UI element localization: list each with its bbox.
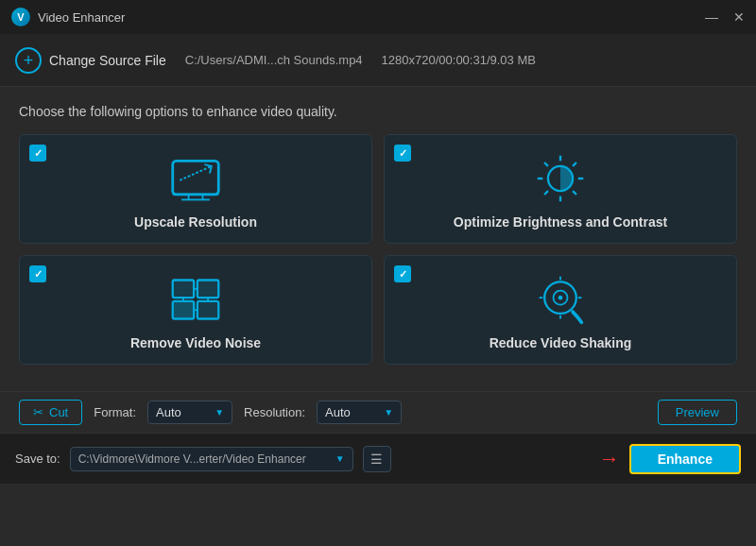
card-upscale[interactable]: Upscale Resolution xyxy=(19,134,372,244)
file-path: C:/Users/ADMI...ch Sounds.mp4 xyxy=(185,53,363,67)
svg-rect-17 xyxy=(173,301,194,319)
card-noise[interactable]: Remove Video Noise xyxy=(19,255,372,365)
svg-point-25 xyxy=(558,296,563,300)
change-source-button[interactable]: + Change Source File xyxy=(15,47,166,74)
checkbox-brightness[interactable] xyxy=(394,145,411,162)
resolution-dropdown[interactable]: Auto ▼ xyxy=(317,401,402,424)
svg-rect-18 xyxy=(198,301,218,319)
format-value: Auto xyxy=(156,405,181,419)
save-path-arrow: ▼ xyxy=(335,453,345,464)
upscale-icon xyxy=(169,152,222,205)
main-content: Choose the following options to enhance … xyxy=(0,87,756,391)
svg-line-5 xyxy=(180,166,212,180)
app-title: Video Enhancer xyxy=(38,10,125,25)
noise-icon xyxy=(169,273,222,326)
title-bar-controls: — ✕ xyxy=(705,10,745,24)
svg-line-13 xyxy=(573,162,576,166)
format-dropdown-arrow: ▼ xyxy=(215,407,224,418)
save-path-dropdown[interactable]: C:\Vidmore\Vidmore V...erter/Video Enhan… xyxy=(70,447,353,471)
resolution-dropdown-arrow: ▼ xyxy=(384,407,393,418)
shaking-icon xyxy=(534,273,587,326)
card-brightness[interactable]: Optimize Brightness and Contrast xyxy=(384,134,737,244)
svg-line-11 xyxy=(544,162,548,166)
cut-label: Cut xyxy=(49,405,68,419)
app-icon: V xyxy=(11,8,30,26)
main-subtitle: Choose the following options to enhance … xyxy=(19,104,737,119)
minimize-button[interactable]: — xyxy=(705,10,718,24)
svg-rect-16 xyxy=(198,280,218,298)
format-dropdown[interactable]: Auto ▼ xyxy=(147,401,232,424)
options-grid: Upscale Resolution Optimize Brightness a… xyxy=(19,134,737,365)
scissors-icon: ✂ xyxy=(33,405,43,419)
svg-rect-15 xyxy=(173,280,194,298)
card-shaking-label: Reduce Video Shaking xyxy=(490,335,632,350)
title-bar-left: V Video Enhancer xyxy=(11,8,125,26)
brightness-icon xyxy=(534,152,587,205)
save-bar: Save to: C:\Vidmore\Vidmore V...erter/Vi… xyxy=(0,433,756,484)
folder-icon: ☰ xyxy=(370,452,383,467)
close-button[interactable]: ✕ xyxy=(733,10,745,24)
checkbox-upscale[interactable] xyxy=(29,145,46,162)
card-brightness-label: Optimize Brightness and Contrast xyxy=(454,214,667,230)
change-source-label: Change Source File xyxy=(49,53,166,68)
card-noise-label: Remove Video Noise xyxy=(130,335,261,350)
title-bar: V Video Enhancer — ✕ xyxy=(0,0,756,34)
save-label: Save to: xyxy=(15,452,60,466)
preview-button[interactable]: Preview xyxy=(658,400,737,425)
checkbox-shaking[interactable] xyxy=(394,265,411,282)
arrow-indicator: → xyxy=(599,447,620,471)
save-path-text: C:\Vidmore\Vidmore V...erter/Video Enhan… xyxy=(78,452,306,466)
resolution-value: Auto xyxy=(325,405,351,419)
card-upscale-label: Upscale Resolution xyxy=(134,214,257,230)
card-shaking[interactable]: Reduce Video Shaking xyxy=(384,255,737,365)
svg-line-12 xyxy=(573,191,576,195)
file-meta: 1280x720/00:00:31/9.03 MB xyxy=(382,53,536,67)
resolution-label: Resolution: xyxy=(244,405,305,419)
format-label: Format: xyxy=(94,405,136,419)
source-bar: + Change Source File C:/Users/ADMI...ch … xyxy=(0,34,756,87)
bottom-toolbar: ✂ Cut Format: Auto ▼ Resolution: Auto ▼ … xyxy=(0,391,756,433)
svg-line-14 xyxy=(544,191,548,195)
plus-circle-icon: + xyxy=(15,47,42,74)
checkbox-noise[interactable] xyxy=(29,265,46,282)
enhance-button[interactable]: Enhance xyxy=(629,444,741,474)
folder-button[interactable]: ☰ xyxy=(363,446,391,472)
cut-button[interactable]: ✂ Cut xyxy=(19,400,82,425)
